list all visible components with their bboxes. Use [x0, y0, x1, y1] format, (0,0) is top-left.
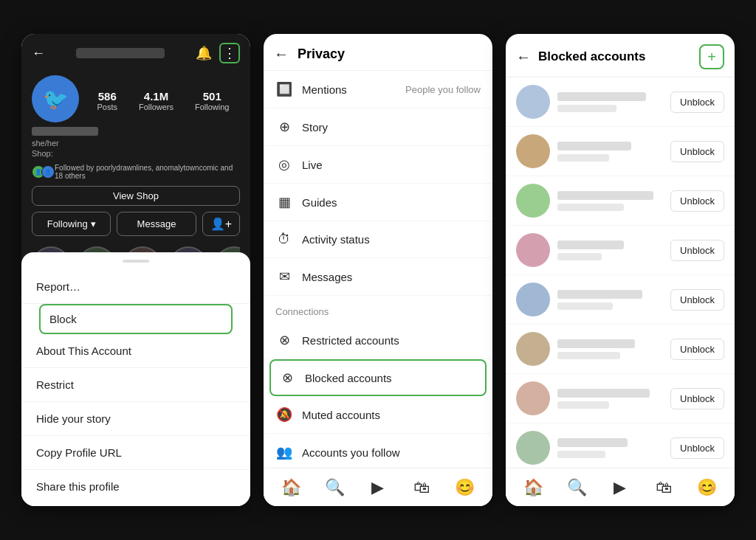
muted-icon: 🔕 — [275, 406, 293, 423]
blocked-sub-8 — [557, 451, 605, 458]
blocked-avatar-8 — [516, 431, 550, 465]
nav-reels-icon[interactable]: ▶ — [363, 473, 393, 502]
nav-reels-icon-3[interactable]: ▶ — [605, 473, 635, 502]
restrict-menu-item[interactable]: Restrict — [21, 368, 250, 402]
block-menu-item[interactable]: Block — [39, 304, 233, 334]
blocked-sub-6 — [557, 352, 620, 359]
nav-profile-icon-3[interactable]: 😊 — [693, 473, 722, 502]
activity-label: Activity status — [302, 233, 481, 246]
nav-home-icon-3[interactable]: 🏠 — [518, 473, 548, 502]
following-count: 501 — [195, 90, 229, 103]
back-arrow-icon[interactable]: ← — [274, 46, 289, 63]
blocked-avatar-2 — [516, 134, 550, 168]
unblock-button-1[interactable]: Unblock — [670, 91, 724, 113]
followers-stat: 4.1M Followers — [139, 90, 173, 111]
blocked-info-2 — [557, 142, 670, 162]
messages-item[interactable]: ✉ Messages — [264, 258, 492, 296]
guides-item[interactable]: ▦ Guides — [264, 184, 492, 221]
posts-stat: 586 Posts — [97, 90, 117, 111]
story-item[interactable]: ⊕ Story — [264, 108, 492, 146]
accounts-follow-item[interactable]: 👥 Accounts you follow — [264, 434, 492, 471]
followers-count: 4.1M — [139, 90, 173, 103]
followers-label: Followers — [139, 103, 173, 111]
header-left: ← Blocked accounts — [516, 49, 646, 66]
blocked-info-6 — [557, 339, 670, 359]
profile-top-row: 🐦 586 Posts 4.1M Followers 501 Following — [32, 71, 240, 127]
chevron-down-icon: ▾ — [91, 218, 96, 229]
profile-name-bar — [32, 127, 98, 136]
blocked-name-7 — [557, 389, 650, 398]
unblock-button-5[interactable]: Unblock — [670, 289, 724, 311]
back-arrow-icon[interactable]: ← — [32, 46, 45, 61]
blocked-name-8 — [557, 438, 628, 447]
hide-story-menu-item[interactable]: Hide your story — [21, 402, 250, 436]
message-button[interactable]: Message — [117, 212, 196, 236]
followed-by: 👤 👤 Followed by poorlydrawnlines, anomal… — [32, 161, 240, 183]
blocked-sub-3 — [557, 204, 624, 211]
bottom-nav-2: 🏠 🔍 ▶ 🛍 😊 — [264, 468, 492, 506]
back-arrow-icon[interactable]: ← — [516, 49, 531, 66]
nav-search-icon-3[interactable]: 🔍 — [562, 473, 591, 502]
nav-shop-icon-3[interactable]: 🛍 — [649, 473, 678, 502]
nav-profile-icon[interactable]: 😊 — [450, 473, 480, 502]
followed-by-text: Followed by poorlydrawnlines, anomalytow… — [55, 164, 240, 180]
blocked-item-4: Unblock — [506, 226, 735, 275]
muted-accounts-item[interactable]: 🔕 Muted accounts — [264, 396, 492, 434]
unblock-button-6[interactable]: Unblock — [670, 339, 724, 360]
following-button[interactable]: Following ▾ — [32, 212, 111, 236]
privacy-list: 🔲 Mentions People you follow ⊕ Story ◎ L… — [264, 71, 492, 506]
shop-section: Shop: — [32, 148, 240, 161]
blocked-item-5: Unblock — [506, 275, 735, 325]
restricted-accounts-item[interactable]: ⊗ Restricted accounts — [264, 322, 492, 359]
muted-label: Muted accounts — [302, 409, 481, 421]
blocked-item-8: Unblock — [506, 423, 735, 468]
live-item[interactable]: ◎ Live — [264, 146, 492, 184]
small-avatar-2: 👤 — [41, 165, 55, 179]
blocked-header: ← Blocked accounts + — [506, 34, 735, 77]
blocked-item-1: Unblock — [506, 77, 735, 127]
guides-icon: ▦ — [275, 194, 293, 210]
blocked-name-5 — [557, 290, 642, 299]
report-menu-item[interactable]: Report… — [21, 270, 250, 304]
add-blocked-button[interactable]: + — [699, 44, 724, 69]
share-profile-menu-item[interactable]: Share this profile — [21, 470, 250, 503]
following-label: Following — [47, 218, 88, 229]
blocked-info-5 — [557, 290, 670, 310]
live-label: Live — [302, 159, 481, 171]
blocked-avatar-1 — [516, 85, 550, 119]
unblock-button-4[interactable]: Unblock — [670, 240, 724, 261]
bottom-nav-3: 🏠 🔍 ▶ 🛍 😊 — [506, 468, 735, 506]
activity-status-item[interactable]: ⏱ Activity status — [264, 221, 492, 258]
bottom-sheet: Report… Block About This Account Restric… — [21, 252, 250, 506]
activity-icon: ⏱ — [275, 232, 293, 247]
about-account-menu-item[interactable]: About This Account — [21, 334, 250, 368]
blocked-avatar-3 — [516, 184, 550, 218]
accounts-follow-icon: 👥 — [275, 444, 293, 460]
mentions-item[interactable]: 🔲 Mentions People you follow — [264, 71, 492, 108]
posts-label: Posts — [97, 103, 117, 111]
privacy-header: ← Privacy — [264, 34, 492, 71]
blocked-sub-4 — [557, 253, 602, 260]
messages-label: Messages — [302, 271, 481, 283]
nav-home-icon[interactable]: 🏠 — [276, 473, 306, 502]
more-options-icon[interactable]: ⋮ — [219, 43, 240, 63]
mentions-label: Mentions — [302, 83, 396, 96]
view-shop-button[interactable]: View Shop — [32, 186, 240, 206]
nav-search-icon[interactable]: 🔍 — [320, 473, 349, 502]
unblock-button-2[interactable]: Unblock — [670, 141, 724, 162]
phone-screen-3: ← Blocked accounts + Unblock Unb — [506, 34, 735, 506]
blocked-accounts-list: Unblock Unblock Unblock — [506, 77, 735, 468]
sheet-handle — [123, 260, 149, 263]
unblock-button-3[interactable]: Unblock — [670, 190, 724, 212]
following-stat: 501 Following — [195, 90, 229, 111]
bell-icon[interactable]: 🔔 — [196, 45, 212, 61]
add-person-button[interactable]: 👤+ — [202, 212, 240, 236]
nav-shop-icon[interactable]: 🛍 — [407, 473, 436, 502]
blocked-accounts-item[interactable]: ⊗ Blocked accounts — [269, 359, 487, 396]
unblock-button-8[interactable]: Unblock — [670, 437, 724, 459]
blocked-label: Blocked accounts — [305, 372, 478, 384]
copy-url-menu-item[interactable]: Copy Profile URL — [21, 436, 250, 470]
phone-screen-1: ← 🔔 ⋮ 🐦 586 Posts 4.1M Followers — [21, 34, 250, 506]
unblock-button-7[interactable]: Unblock — [670, 388, 724, 409]
story-icon: ⊕ — [275, 119, 293, 135]
